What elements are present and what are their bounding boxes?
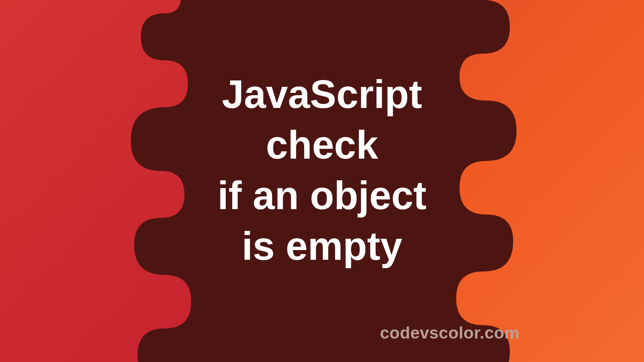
title-line-4: is empty: [242, 224, 402, 268]
title-line-3: if an object: [218, 173, 427, 218]
site-credit: codevscolor.com: [380, 323, 520, 343]
title-line-1: JavaScript: [222, 72, 422, 116]
title-line-2: check: [266, 123, 378, 167]
hero-title: JavaScript check if an object is empty: [218, 69, 427, 272]
